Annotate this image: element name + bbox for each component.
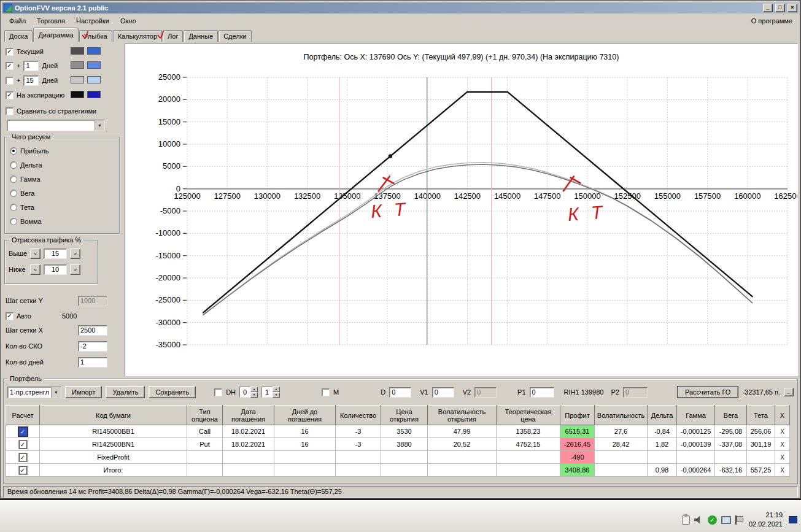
cell-open-vol[interactable] <box>428 464 497 477</box>
cell-expiry[interactable]: 18.02.2021 <box>223 425 274 438</box>
above-field[interactable] <box>44 249 67 259</box>
tab-log[interactable]: Лог <box>163 30 183 42</box>
plus1-day-checkbox[interactable]: ✓ <box>6 62 14 70</box>
cell-days[interactable]: 16 <box>274 438 336 451</box>
dh-spinner-2[interactable]: 1 ▲▼ <box>261 387 280 398</box>
menu-about[interactable]: О программе <box>746 15 797 26</box>
radio-vega-label[interactable]: Вега <box>20 190 34 197</box>
row-calc-checkbox[interactable]: ✓ <box>19 466 27 474</box>
col-gamma[interactable]: Гамма <box>677 406 715 425</box>
flag-icon[interactable] <box>735 515 743 525</box>
m-label[interactable]: M <box>333 388 339 396</box>
tab-data[interactable]: Данные <box>184 30 218 42</box>
color-swatch[interactable] <box>87 91 101 98</box>
color-swatch[interactable] <box>87 47 101 55</box>
chevron-down-icon[interactable]: ▼ <box>95 120 104 131</box>
row-calc-checkbox[interactable]: ✓ <box>19 428 27 436</box>
cell-code[interactable]: FixedProfit <box>40 451 187 464</box>
network-icon[interactable] <box>789 516 797 523</box>
dh-label[interactable]: DH <box>226 388 236 396</box>
compare-strategies-label[interactable]: Сравнить со стратегиями <box>17 107 96 115</box>
expiration-color-swatches[interactable] <box>71 91 101 98</box>
color-swatch[interactable] <box>71 61 84 69</box>
color-swatch[interactable] <box>87 61 101 69</box>
cell-type[interactable]: Put <box>187 438 223 451</box>
color-swatch[interactable] <box>71 76 84 83</box>
cell-delta[interactable] <box>648 451 677 464</box>
radio-vomma-label[interactable]: Вомма <box>20 218 42 225</box>
below-decrement-button[interactable]: < <box>30 264 41 275</box>
cell-delta[interactable]: 0,98 <box>648 464 677 477</box>
above-decrement-button[interactable]: < <box>30 249 41 259</box>
col-profit[interactable]: Профит <box>560 406 595 425</box>
strategy-select[interactable]: 1-пр.стренгл ▼ <box>7 387 61 398</box>
radio-theta-label[interactable]: Тета <box>20 204 34 211</box>
cell-calc[interactable]: ✓ <box>6 425 40 438</box>
plus15-day-checkbox[interactable] <box>6 77 14 85</box>
sko-count-field[interactable] <box>78 341 107 352</box>
titlebar[interactable]: OptionFVV версия 2.1 public _ □ × <box>2 2 799 13</box>
row-delete-button[interactable]: X <box>775 438 790 451</box>
cell-qty[interactable] <box>336 464 381 477</box>
payoff-chart[interactable]: 2500020000150001000050000-5000-10000-150… <box>126 67 797 374</box>
cell-vol[interactable]: 27,6 <box>595 425 648 438</box>
cell-profit[interactable]: 3408,86 <box>560 464 595 477</box>
clock[interactable]: 21:19 02.02.2021 <box>747 511 784 529</box>
cell-days[interactable] <box>274 451 336 464</box>
cell-vega[interactable] <box>715 451 747 464</box>
cell-vol[interactable]: 28,42 <box>595 438 648 451</box>
col-close[interactable]: X <box>775 406 790 425</box>
radio-gamma[interactable] <box>10 175 17 183</box>
spin-down-icon[interactable]: ▼ <box>250 392 258 398</box>
col-calc[interactable]: Расчет <box>6 406 40 425</box>
strategy-compare-select[interactable]: ▼ <box>7 120 105 131</box>
radio-gamma-label[interactable]: Гамма <box>20 175 41 183</box>
auto-grid-label[interactable]: Авто <box>17 312 31 320</box>
col-open-vol[interactable]: Волатильность открытия <box>428 406 497 425</box>
spin-down-icon[interactable]: ▼ <box>273 392 280 398</box>
display-icon[interactable] <box>721 516 731 524</box>
cell-vega[interactable]: -632,16 <box>715 464 747 477</box>
cell-code[interactable]: RI142500BN1 <box>40 438 187 451</box>
cell-expiry[interactable]: 18.02.2021 <box>223 438 274 451</box>
color-swatch[interactable] <box>71 47 84 55</box>
delete-button[interactable]: Удалить <box>106 386 145 398</box>
col-qty[interactable]: Количество <box>336 406 381 425</box>
compare-strategies-checkbox[interactable] <box>6 107 14 115</box>
col-open-price[interactable]: Цена открытия <box>381 406 428 425</box>
cell-theo-price[interactable] <box>497 464 560 477</box>
cell-days[interactable] <box>274 464 336 477</box>
chevron-down-icon[interactable]: ▼ <box>51 387 61 398</box>
cell-type[interactable]: Call <box>187 425 223 438</box>
d-field[interactable] <box>389 387 411 398</box>
cell-type[interactable] <box>187 464 223 477</box>
tab-diagram[interactable]: Диаграмма <box>33 28 78 42</box>
cell-gamma[interactable] <box>677 451 715 464</box>
cell-days[interactable]: 16 <box>274 425 336 438</box>
m-checkbox[interactable] <box>322 388 330 396</box>
minimize-button[interactable]: _ <box>763 4 773 12</box>
grid-x-field[interactable] <box>78 325 107 336</box>
cell-open-vol[interactable] <box>428 451 497 464</box>
close-button[interactable]: × <box>787 4 797 12</box>
cell-profit[interactable]: 6515,31 <box>560 425 595 438</box>
current-label[interactable]: Текущий <box>17 48 44 55</box>
cell-open-vol[interactable]: 20,52 <box>428 438 497 451</box>
cell-qty[interactable] <box>336 451 381 464</box>
col-delta[interactable]: Дельта <box>648 406 677 425</box>
cell-qty[interactable]: -3 <box>336 438 381 451</box>
cell-theta[interactable]: 301,19 <box>747 438 775 451</box>
current-checkbox[interactable]: ✓ <box>6 48 14 56</box>
menu-window[interactable]: Окно <box>115 15 142 26</box>
dh-spinner-2-value[interactable]: 1 <box>261 387 273 398</box>
days-count-field[interactable] <box>78 357 107 368</box>
cell-expiry[interactable] <box>223 464 274 477</box>
cell-vega[interactable]: -295,08 <box>715 425 747 438</box>
cell-vol[interactable] <box>595 464 648 477</box>
cell-gamma[interactable]: -0,000139 <box>677 438 715 451</box>
spin-up-icon[interactable]: ▲ <box>273 387 280 392</box>
cell-open-price[interactable]: 3880 <box>381 438 428 451</box>
row-delete-button[interactable]: X <box>775 425 790 438</box>
plus1-color-swatches[interactable] <box>71 61 101 69</box>
dh-spinner-1-value[interactable]: 0 <box>239 387 250 398</box>
